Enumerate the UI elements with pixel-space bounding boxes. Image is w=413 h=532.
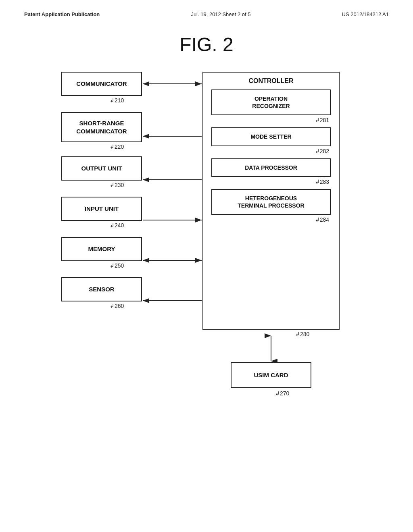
short-range-communicator-label: SHORT-RANGECOMMUNICATOR (76, 119, 127, 135)
heterogeneous-terminal-processor-box: HETEROGENEOUSTERMINAL PROCESSOR (211, 189, 331, 215)
usim-card-ref: ↲270 (275, 390, 289, 397)
memory-box: MEMORY (61, 237, 142, 261)
controller-outer-box: CONTROLLER OPERATIONRECOGNIZER ↲281 MODE… (202, 72, 340, 330)
data-processor-box: DATA PROCESSOR (211, 158, 331, 177)
communicator-box: COMMUNICATOR (61, 72, 142, 96)
mode-setter-box: MODE SETTER (211, 127, 331, 146)
header-center: Jul. 19, 2012 Sheet 2 of 5 (191, 11, 250, 17)
operation-recognizer-box: OPERATIONRECOGNIZER (211, 89, 331, 115)
figure-title: FIG. 2 (0, 33, 413, 56)
mode-setter-ref: ↲282 (203, 148, 339, 157)
header-right: US 2012/184212 A1 (342, 11, 389, 17)
sensor-box: SENSOR (61, 277, 142, 301)
usim-card-box: USIM CARD (231, 362, 311, 388)
operation-recognizer-ref: ↲281 (203, 117, 339, 126)
memory-label: MEMORY (88, 245, 115, 253)
usim-card-label: USIM CARD (254, 372, 288, 378)
heterogeneous-terminal-processor-ref: ↲284 (203, 216, 339, 225)
page-header: Patent Application Publication Jul. 19, … (0, 0, 413, 21)
output-unit-box: OUTPUT UNIT (61, 156, 142, 181)
short-range-communicator-ref: ↲220 (110, 143, 124, 150)
input-unit-box: INPUT UNIT (61, 197, 142, 221)
diagram: COMMUNICATOR ↲210 SHORT-RANGECOMMUNICATO… (49, 72, 364, 434)
communicator-ref: ↲210 (110, 97, 124, 104)
sensor-label: SENSOR (89, 285, 114, 293)
input-unit-label: INPUT UNIT (85, 205, 119, 213)
short-range-communicator-box: SHORT-RANGECOMMUNICATOR (61, 112, 142, 142)
communicator-label: COMMUNICATOR (76, 80, 127, 88)
memory-ref: ↲250 (110, 262, 124, 269)
controller-ref: ↲280 (295, 331, 309, 337)
output-unit-label: OUTPUT UNIT (81, 164, 122, 172)
data-processor-ref: ↲283 (203, 179, 339, 187)
controller-label: CONTROLLER (203, 73, 339, 88)
header-left: Patent Application Publication (24, 11, 100, 17)
sensor-ref: ↲260 (110, 303, 124, 309)
input-unit-ref: ↲240 (110, 222, 124, 229)
output-unit-ref: ↲230 (110, 182, 124, 188)
